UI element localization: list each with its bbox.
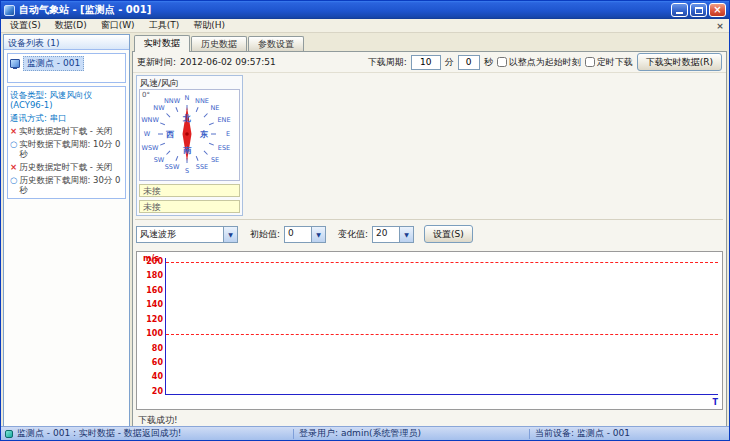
init-value-select[interactable]: 0 ▼ [284, 226, 326, 243]
delta-value-select[interactable]: 20 ▼ [372, 226, 414, 243]
period-seconds-input[interactable] [458, 55, 480, 70]
tree-item-device[interactable]: 监测点 - 001 [10, 56, 123, 71]
y-tick: 140 [139, 301, 163, 309]
window-controls: × [671, 3, 726, 17]
init-value-label: 初始值: [250, 228, 280, 241]
delta-value: 20 [373, 227, 399, 242]
reference-line-100 [166, 334, 718, 335]
maximize-button[interactable] [690, 3, 707, 17]
menu-help[interactable]: 帮助(H) [186, 19, 232, 32]
close-button[interactable]: × [709, 3, 726, 17]
download-controls: 下载周期: 分 秒 以整点为起始时刻 定时下载 下载实时 [368, 53, 722, 71]
realtime-body: 风速/风向 0° [133, 73, 726, 426]
circle-icon: ○ [10, 139, 17, 159]
compass-label: ENE [217, 117, 230, 124]
realtime-toolbar: 更新时间: 2012-06-02 09:57:51 下载周期: 分 秒 以整点为… [133, 52, 726, 73]
window-title: 自动气象站 - [监测点 - 001] [19, 3, 667, 17]
seconds-unit-label: 秒 [484, 56, 493, 69]
y-tick: 60 [139, 359, 163, 367]
titlebar: 自动气象站 - [监测点 - 001] × [1, 1, 729, 19]
section-divider [135, 219, 723, 220]
timed-download-checkbox[interactable] [585, 57, 595, 67]
device-type-text: 设备类型: 风速风向仪(ACY96-1) [10, 90, 123, 110]
menu-settings[interactable]: 设置(S) [3, 19, 48, 32]
menu-data[interactable]: 数据(D) [48, 19, 94, 32]
main-area: 实时数据 历史数据 参数设置 更新时间: 2012-06-02 09:57:51… [132, 34, 727, 427]
tab-param-settings[interactable]: 参数设置 [248, 36, 304, 51]
download-period-label: 下载周期: [368, 56, 407, 69]
menubar: 设置(S) 数据(D) 窗口(W) 工具(T) 帮助(H) × [1, 19, 729, 33]
tab-realtime-data[interactable]: 实时数据 [134, 35, 190, 52]
timed-download-label: 定时下载 [597, 56, 633, 69]
status-icon [5, 430, 13, 438]
update-time-value: 2012-06-02 09:57:51 [180, 57, 276, 67]
chevron-down-icon[interactable]: ▼ [223, 227, 237, 242]
statusbar-message-section: 监测点 - 001 : 实时数据 - 数据返回成功! [1, 427, 293, 440]
y-tick: 180 [139, 272, 163, 280]
menu-tools[interactable]: 工具(T) [142, 19, 187, 32]
compass-label: SSW [165, 164, 180, 171]
device-tree: 监测点 - 001 [7, 53, 126, 83]
update-time-label: 更新时间: [137, 56, 176, 69]
compass-label: ESE [218, 145, 230, 152]
realtime-period-text: 实时数据下载周期: 10分 0秒 [19, 139, 123, 159]
sidebar-empty-area [4, 201, 129, 426]
minutes-unit-label: 分 [445, 56, 454, 69]
tab-history-data[interactable]: 历史数据 [191, 36, 247, 51]
maximize-icon [695, 7, 703, 14]
compass-label: SW [154, 157, 165, 164]
tabstrip: 实时数据 历史数据 参数设置 [132, 34, 727, 51]
disabled-icon: × [10, 162, 17, 172]
realtime-timer-status: × 实时数据定时下载 - 关闭 [10, 126, 123, 136]
download-status-text: 下载成功! [133, 413, 726, 426]
set-button[interactable]: 设置(S) [424, 225, 473, 243]
align-start-option: 以整点为起始时刻 [497, 56, 581, 69]
windspeed-chart: m/s 200 180 160 140 120 100 80 60 40 20 [136, 251, 723, 410]
compass-label: NE [211, 105, 220, 112]
app-window: 自动气象站 - [监测点 - 001] × 设置(S) 数据(D) 窗口(W) … [0, 0, 730, 441]
realtime-tab-panel: 更新时间: 2012-06-02 09:57:51 下载周期: 分 秒 以整点为… [132, 51, 727, 427]
history-timer-status: × 历史数据定时下载 - 关闭 [10, 162, 123, 172]
compass-label: S [185, 168, 189, 175]
chevron-down-icon[interactable]: ▼ [399, 227, 413, 242]
app-icon [4, 5, 15, 16]
mdi-close-icon[interactable]: × [713, 21, 727, 31]
menu-window[interactable]: 窗口(W) [94, 19, 142, 32]
device-list-panel: 设备列表 (1) 监测点 - 001 设备类型: 风速风向仪(ACY96-1) … [3, 34, 130, 427]
reference-line-200 [166, 262, 718, 263]
period-minutes-input[interactable] [411, 55, 441, 70]
device-info-box: 设备类型: 风速风向仪(ACY96-1) 通讯方式: 串口 × 实时数据定时下载… [7, 86, 126, 199]
wind-panel: 风速/风向 0° [136, 75, 243, 216]
waveform-controls: 风速波形 ▼ 初始值: 0 ▼ 变化值: 20 ▼ 设置( [136, 225, 473, 243]
compass-label: SSE [196, 164, 208, 171]
compass-label: W [144, 131, 150, 138]
wind-panel-title: 风速/风向 [139, 78, 240, 89]
history-period-status: ○ 历史数据下载周期: 30分 0秒 [10, 175, 123, 195]
tree-item-label: 监测点 - 001 [23, 56, 84, 71]
compass-label: NW [153, 105, 164, 112]
y-tick: 40 [139, 373, 163, 381]
waveform-select[interactable]: 风速波形 ▼ [136, 226, 238, 243]
chevron-down-icon[interactable]: ▼ [311, 227, 325, 242]
y-tick: 80 [139, 345, 163, 353]
download-realtime-button[interactable]: 下载实时数据(R) [637, 53, 722, 71]
align-start-checkbox[interactable] [497, 57, 507, 67]
content-area: 设备列表 (1) 监测点 - 001 设备类型: 风速风向仪(ACY96-1) … [1, 33, 729, 428]
compass-east-char: 东 [200, 129, 208, 140]
waveform-select-value: 风速波形 [137, 227, 223, 242]
timed-download-option: 定时下载 [585, 56, 633, 69]
y-tick: 100 [139, 330, 163, 338]
y-tick: 120 [139, 316, 163, 324]
wind-direction-value: 未接 [139, 200, 240, 213]
align-start-label: 以整点为起始时刻 [509, 56, 581, 69]
compass-south-char: 南 [183, 145, 191, 156]
statusbar: 监测点 - 001 : 实时数据 - 数据返回成功! 登录用户: admin(系… [1, 426, 729, 440]
statusbar-message: 监测点 - 001 : 实时数据 - 数据返回成功! [17, 427, 181, 440]
y-tick: 200 [139, 258, 163, 266]
compass-label: WSW [142, 145, 159, 152]
compass-label: WNW [141, 117, 159, 124]
statusbar-device: 当前设备: 监测点 - 001 [530, 427, 729, 440]
compass-label: N [185, 95, 190, 102]
statusbar-user: 登录用户: admin(系统管理员) [294, 427, 529, 440]
minimize-button[interactable] [671, 3, 688, 17]
